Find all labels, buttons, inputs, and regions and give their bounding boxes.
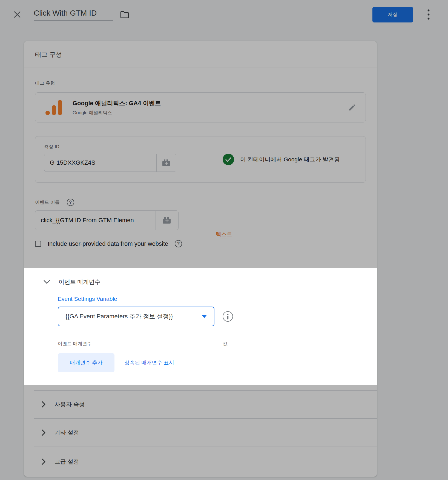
section-label: 기타 설정 <box>54 429 79 436</box>
user-data-checkbox-label: Include user-provided data from your web… <box>48 240 168 247</box>
ga4-analytics-icon <box>45 99 63 115</box>
tag-type-text: Google 애널리틱스: GA4 이벤트 Google 애널리틱스 <box>73 99 348 116</box>
measurement-id-variable-button[interactable] <box>156 154 176 172</box>
measurement-id-input[interactable]: G-15DXXGKZ4S <box>44 154 156 172</box>
section-other-settings[interactable]: 기타 설정 <box>34 418 377 446</box>
folder-icon <box>120 10 129 19</box>
event-parameters-section: 이벤트 매개변수 Event Settings Variable {{GA Ev… <box>24 268 377 385</box>
event-name-label: 이벤트 이름 <box>35 199 60 205</box>
check-circle-icon <box>223 154 234 165</box>
variable-brick-icon <box>162 216 172 225</box>
event-parameters-content: Event Settings Variable {{GA Event Param… <box>58 296 366 372</box>
tag-type-box[interactable]: Google 애널리틱스: GA4 이벤트 Google 애널리틱스 <box>35 92 366 122</box>
tag-title-input[interactable]: Click With GTM ID <box>34 9 113 21</box>
add-parameter-button[interactable]: 매개변수 추가 <box>58 353 114 372</box>
section-label: 사용자 속성 <box>54 401 85 408</box>
event-name-input[interactable]: click_{{GTM ID From GTM Elemen <box>35 211 156 230</box>
kebab-menu-icon <box>427 9 430 20</box>
user-data-help-icon[interactable]: ? <box>175 240 182 247</box>
param-column-label: 이벤트 매개변수 <box>58 341 92 346</box>
tag-configuration-card: 태그 구성 태그 유형 Google 애널리틱스: GA4 이벤트 Google… <box>24 41 377 477</box>
chevron-right-icon <box>41 401 46 408</box>
section-label: 고급 설정 <box>54 458 79 465</box>
event-parameters-toggle[interactable]: 이벤트 매개변수 <box>35 274 366 290</box>
measurement-id-label: 측정 ID <box>44 144 212 150</box>
event-name-help-icon[interactable]: ? <box>67 199 74 206</box>
user-data-checkbox[interactable] <box>35 241 41 247</box>
save-button[interactable]: 저장 <box>372 7 413 22</box>
event-settings-variable-label: Event Settings Variable <box>58 296 366 302</box>
tag-type-name: Google 애널리틱스: GA4 이벤트 <box>73 99 348 107</box>
tag-type-vendor: Google 애널리틱스 <box>73 110 348 116</box>
google-tag-status: 이 컨테이너에서 Google 태그가 발견됨 <box>212 142 366 176</box>
section-advanced-settings[interactable]: 고급 설정 <box>34 447 377 477</box>
param-table-header: 이벤트 매개변수 값 <box>58 341 366 347</box>
close-button[interactable] <box>12 10 22 19</box>
esv-dropdown-row: {{GA Event Parameters 추가 정보 설정}} <box>58 307 366 326</box>
event-name-input-group: click_{{GTM ID From GTM Elemen <box>35 210 179 230</box>
more-options-button[interactable] <box>424 8 433 21</box>
measurement-id-box: 측정 ID G-15DXXGKZ4S 이 컨테이너에서 Goog <box>35 136 366 183</box>
chevron-down-icon <box>43 280 50 284</box>
esv-info-button[interactable] <box>223 311 233 322</box>
param-actions-row: 매개변수 추가 상속된 매개변수 표시 <box>58 353 366 372</box>
section-user-properties[interactable]: 사용자 속성 <box>34 390 377 418</box>
card-header: 태그 구성 <box>24 41 377 67</box>
topbar: Click With GTM ID 저장 <box>0 0 448 29</box>
dropdown-arrow-icon <box>202 315 207 318</box>
variable-brick-icon <box>161 158 172 167</box>
info-icon <box>225 313 230 319</box>
show-inherited-params-link[interactable]: 상속된 매개변수 표시 <box>124 359 174 366</box>
user-data-checkbox-row: Include user-provided data from your web… <box>35 240 366 247</box>
chevron-right-icon <box>41 458 46 465</box>
event-name-wrap: click_{{GTM ID From GTM Elemen 텍스트 <box>35 210 366 230</box>
section-gap <box>24 385 377 390</box>
measurement-id-left: 측정 ID G-15DXXGKZ4S <box>35 136 212 182</box>
card-title: 태그 구성 <box>35 50 366 59</box>
chevron-right-icon <box>41 429 46 436</box>
folder-button[interactable] <box>120 10 130 19</box>
close-icon <box>13 10 21 19</box>
google-tag-found-text: 이 컨테이너에서 Google 태그가 발견됨 <box>240 156 340 163</box>
event-parameters-title: 이벤트 매개변수 <box>59 278 100 286</box>
value-column-label: 값 <box>223 341 228 347</box>
tag-config-body: 태그 유형 Google 애널리틱스: GA4 이벤트 Google 애널리틱스… <box>24 67 377 268</box>
esv-selected-value: {{GA Event Parameters 추가 정보 설정}} <box>65 312 202 321</box>
measurement-id-input-group: G-15DXXGKZ4S <box>44 154 176 172</box>
event-name-label-row: 이벤트 이름 ? <box>35 199 366 206</box>
event-name-variable-button[interactable] <box>156 211 178 230</box>
edit-pencil-icon[interactable] <box>348 103 356 112</box>
esv-dropdown[interactable]: {{GA Event Parameters 추가 정보 설정}} <box>58 307 214 326</box>
tag-type-label: 태그 유형 <box>35 80 366 86</box>
text-annotation-link[interactable]: 텍스트 <box>216 231 232 239</box>
